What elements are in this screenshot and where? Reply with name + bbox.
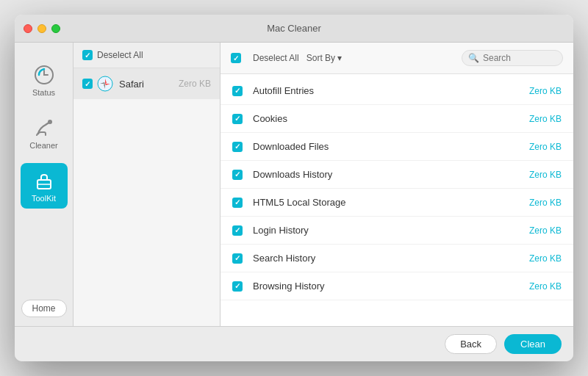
item-label-3: Downloads History (253, 169, 529, 180)
item-checkbox-3[interactable] (232, 170, 243, 180)
item-size-2: Zero KB (529, 142, 562, 152)
item-checkbox-1[interactable] (232, 114, 243, 124)
sort-chevron-icon: ▾ (337, 53, 342, 63)
item-label-4: HTML5 Local Storage (253, 197, 529, 208)
toolkit-icon (32, 169, 56, 192)
safari-checkbox[interactable] (82, 79, 93, 89)
search-input[interactable] (483, 53, 556, 63)
item-label-5: Login History (253, 225, 529, 236)
svg-point-1 (48, 120, 52, 124)
main-window: Mac Cleaner Status (15, 15, 573, 361)
item-size-1: Zero KB (529, 114, 562, 124)
browser-item-safari[interactable]: Safari Zero KB (74, 68, 220, 99)
item-label-2: Downloaded Files (253, 141, 529, 152)
search-box[interactable]: 🔍 (462, 50, 563, 66)
item-size-5: Zero KB (529, 225, 562, 236)
safari-size: Zero KB (179, 79, 211, 89)
browser-deselect-checkbox[interactable] (82, 50, 93, 60)
sort-by-label: Sort By (306, 53, 335, 63)
search-icon: 🔍 (468, 53, 479, 63)
clean-button[interactable]: Clean (504, 334, 562, 354)
sort-by-button[interactable]: Sort By ▾ (306, 53, 342, 63)
browser-panel-header: Deselect All (74, 43, 220, 68)
safari-label: Safari (119, 79, 179, 90)
item-checkbox-0[interactable] (232, 86, 243, 96)
footer: Back Clean (15, 326, 573, 361)
items-header: Deselect All Sort By ▾ 🔍 (220, 43, 573, 74)
browser-deselect-label: Deselect All (97, 50, 143, 60)
item-size-7: Zero KB (529, 281, 562, 292)
item-label-7: Browsing History (253, 281, 529, 292)
item-checkbox-4[interactable] (232, 198, 243, 208)
item-size-6: Zero KB (529, 253, 562, 264)
items-list: Autofill Entries Zero KB Cookies Zero KB… (220, 74, 573, 326)
item-checkbox-7[interactable] (232, 281, 243, 292)
item-label-0: Autofill Entries (253, 85, 529, 96)
item-size-0: Zero KB (529, 86, 562, 96)
titlebar: Mac Cleaner (15, 15, 573, 43)
list-item[interactable]: Cookies Zero KB (220, 105, 573, 133)
item-checkbox-5[interactable] (232, 225, 243, 236)
traffic-lights (24, 24, 60, 33)
sidebar: Status Cleaner (15, 43, 74, 326)
cleaner-icon (32, 116, 56, 140)
safari-icon (97, 76, 113, 92)
browser-panel: Deselect All Safari Zero KB (74, 43, 220, 326)
sidebar-item-toolkit[interactable]: ToolKit (21, 163, 68, 209)
list-item[interactable]: Login History Zero KB (220, 217, 573, 245)
window-title: Mac Cleaner (267, 23, 321, 34)
items-panel: Deselect All Sort By ▾ 🔍 Autofill Entrie… (220, 43, 573, 326)
main-content: Status Cleaner (15, 43, 573, 326)
item-label-6: Search History (253, 253, 529, 264)
item-checkbox-2[interactable] (232, 142, 243, 152)
item-size-3: Zero KB (529, 170, 562, 180)
list-item[interactable]: Downloaded Files Zero KB (220, 133, 573, 161)
maximize-button[interactable] (51, 24, 60, 33)
item-checkbox-6[interactable] (232, 253, 243, 264)
list-item[interactable]: Downloads History Zero KB (220, 161, 573, 189)
back-button[interactable]: Back (445, 334, 497, 354)
item-label-1: Cookies (253, 113, 529, 124)
list-item[interactable]: Browsing History Zero KB (220, 272, 573, 300)
home-button[interactable]: Home (21, 300, 67, 317)
list-item[interactable]: Autofill Entries Zero KB (220, 77, 573, 105)
close-button[interactable] (24, 24, 32, 33)
home-button-area: Home (15, 291, 76, 326)
item-size-4: Zero KB (529, 198, 562, 208)
cleaner-label: Cleaner (29, 141, 58, 150)
sidebar-item-status[interactable]: Status (21, 57, 68, 103)
list-item[interactable]: HTML5 Local Storage Zero KB (220, 189, 573, 217)
toolkit-label: ToolKit (32, 194, 56, 203)
status-label: Status (32, 88, 55, 97)
sidebar-item-cleaner[interactable]: Cleaner (21, 110, 68, 156)
list-item[interactable]: Search History Zero KB (220, 245, 573, 272)
minimize-button[interactable] (37, 24, 46, 33)
status-icon (32, 63, 56, 87)
items-deselect-label: Deselect All (253, 53, 299, 63)
items-deselect-checkbox[interactable] (231, 53, 241, 63)
